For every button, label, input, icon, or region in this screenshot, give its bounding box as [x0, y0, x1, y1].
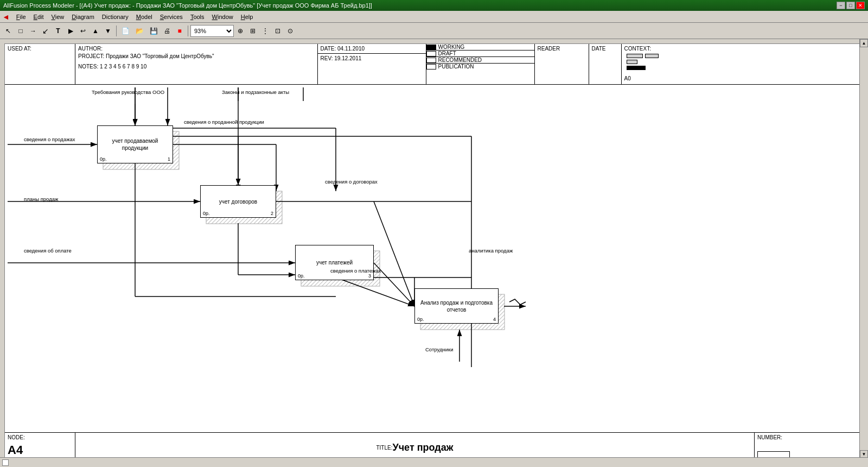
undo-btn[interactable]: ↩ — [77, 25, 89, 37]
menu-file[interactable]: File — [13, 12, 29, 21]
zoom-select[interactable]: 93% 100% 75% 50% — [190, 25, 234, 37]
label-sotrudniki: Сотрудники — [425, 346, 453, 352]
recommended-label: RECOMMENDED — [438, 57, 482, 63]
maximize-button[interactable]: □ — [846, 2, 855, 9]
box-2[interactable]: учет договоров 0р. 2 — [200, 185, 276, 218]
menu-dictionary[interactable]: Dictionary — [99, 12, 132, 21]
diagram-header: USED AT: AUTHOR: PROJECT: Продажи ЗАО "Т… — [5, 44, 863, 85]
zoom-group: 93% 100% 75% 50% ⊕ ⊞ ⋮ ⊡ ⊙ — [190, 25, 296, 37]
context-label: CONTEXT: — [624, 46, 861, 52]
box-3-ref: 0р. — [298, 273, 305, 279]
ctx-row1 — [627, 54, 859, 58]
date-cell: DATE: 04.11.2010 REV: 19.12.2011 — [318, 44, 426, 84]
curve-tool[interactable]: ↙ — [40, 25, 52, 37]
date2-label: DATE — [592, 46, 606, 52]
menu-window[interactable]: Window — [209, 12, 237, 21]
arrow-tool[interactable]: → — [27, 25, 39, 37]
tool-c[interactable]: ⊙ — [284, 25, 296, 37]
label-plany-prodazh: планы продаж — [24, 196, 58, 202]
box-3-number: 3 — [368, 273, 371, 279]
menu-tools[interactable]: Tools — [187, 12, 208, 21]
ctx-row2 — [627, 60, 859, 64]
box-2-label: учет договоров — [218, 197, 258, 206]
text-tool[interactable]: T — [52, 25, 64, 37]
recommended-box — [426, 58, 436, 63]
tool-b[interactable]: ⊡ — [272, 25, 284, 37]
back-arrow-icon[interactable]: ◄ — [2, 12, 10, 21]
box-4[interactable]: Анализ продаж и подготовка отчетов 0р. 4 — [414, 288, 499, 324]
draft-box — [426, 51, 436, 56]
diagram-area: USED AT: AUTHOR: PROJECT: Продажи ЗАО "Т… — [4, 43, 864, 463]
author-cell: AUTHOR: PROJECT: Продажи ЗАО "Торговый д… — [75, 44, 318, 84]
zoom-in-btn[interactable]: ⊕ — [234, 25, 246, 37]
color-btn[interactable]: ■ — [174, 25, 186, 37]
minimize-button[interactable]: − — [837, 2, 845, 9]
box-3-label: учет платежей — [315, 258, 354, 267]
reader-label: READER — [538, 46, 560, 52]
main-content: USED AT: AUTHOR: PROJECT: Продажи ЗАО "Т… — [0, 39, 868, 467]
scroll-track-v — [860, 47, 868, 450]
scroll-up-btn[interactable]: ▲ — [860, 39, 868, 47]
menu-services[interactable]: Services — [157, 12, 186, 21]
down-btn[interactable]: ▼ — [102, 25, 114, 37]
app-title: AllFusion Process Modeler - [(A4) Учет п… — [3, 2, 372, 9]
save-btn[interactable]: 💾 — [147, 25, 161, 37]
toolbar: ↖ □ → ↙ T ▶ ↩ ▲ ▼ 📄 📂 💾 🖨 ■ 93% 100% 75%… — [0, 23, 868, 39]
working-label: WORKING — [438, 44, 465, 50]
publication-row: PUBLICATION — [426, 64, 534, 70]
up-btn[interactable]: ▲ — [90, 25, 101, 37]
label-trebovaniya: Требования руководства ООО — [92, 89, 164, 95]
author-label: AUTHOR: — [78, 46, 315, 52]
menu-model[interactable]: Model — [133, 12, 156, 21]
box-2-number: 2 — [271, 211, 273, 216]
draw-tools-group: ↖ □ → ↙ T ▶ ↩ ▲ ▼ — [2, 25, 114, 37]
publication-box — [426, 64, 436, 70]
context-cell: CONTEXT: A0 — [622, 44, 864, 84]
label-sveden-platezhah: сведения о платежах — [330, 268, 381, 274]
label-sveden-dogovorov: сведения о договорах — [325, 179, 378, 185]
used-at-cell: USED AT: — [5, 44, 75, 84]
close-button[interactable]: ✕ — [856, 2, 865, 9]
canvas-area[interactable]: учет продаваемой продукции 0р. 1 учет до… — [5, 85, 863, 432]
label-sveden-prodannoy: сведения о проданной продукции — [184, 119, 264, 125]
working-row: WORKING — [426, 44, 534, 51]
zoom-fit-btn[interactable]: ⊞ — [247, 25, 259, 37]
select-tool[interactable]: ↖ — [2, 25, 14, 37]
menu-view[interactable]: View — [48, 12, 68, 21]
play-btn[interactable]: ▶ — [65, 25, 76, 37]
ctx-box-active — [627, 66, 646, 70]
rev-label: REV: 19.12.2011 — [321, 55, 362, 61]
title-value: Учет продаж — [392, 442, 453, 453]
draft-label: DRAFT — [438, 51, 456, 56]
ctx-box2 — [645, 54, 659, 58]
working-box-filled — [426, 45, 436, 50]
menu-help[interactable]: Help — [238, 12, 257, 21]
status-bar — [0, 457, 868, 467]
label-zakony: Законы и подзаконные акты — [222, 89, 289, 95]
open-btn[interactable]: 📂 — [133, 25, 146, 37]
recommended-row: RECOMMENDED — [426, 57, 534, 64]
box-1[interactable]: учет продаваемой продукции 0р. 1 — [97, 125, 173, 163]
box-tool[interactable]: □ — [15, 25, 27, 37]
box-1-number: 1 — [168, 156, 170, 162]
box-4-number: 4 — [493, 317, 496, 322]
status-cell: WORKING DRAFT RECOMMENDED PUBLICATION — [426, 44, 535, 84]
tool-a[interactable]: ⋮ — [259, 25, 271, 37]
title-bar: AllFusion Process Modeler - [(A4) Учет п… — [0, 0, 868, 11]
draft-row: DRAFT — [426, 51, 534, 57]
ctx-box1 — [627, 54, 643, 58]
status-indicator — [2, 459, 9, 466]
svg-line-18 — [374, 201, 414, 306]
box-4-ref: 0р. — [417, 317, 424, 322]
used-at-label: USED AT: — [8, 46, 31, 52]
label-analitika: аналитика продаж — [469, 248, 513, 254]
menu-edit[interactable]: Edit — [30, 12, 47, 21]
box-2-ref: 0р. — [203, 211, 210, 216]
box-1-label: учет продаваемой продукции — [98, 136, 173, 153]
new-btn[interactable]: 📄 — [119, 25, 132, 37]
box-3[interactable]: учет платежей 0р. 3 — [295, 245, 374, 280]
menu-diagram[interactable]: Diagram — [68, 12, 98, 21]
print-btn[interactable]: 🖨 — [161, 25, 173, 37]
vertical-scrollbar[interactable]: ▲ ▼ — [859, 39, 868, 458]
node-label: NODE: — [8, 434, 72, 440]
